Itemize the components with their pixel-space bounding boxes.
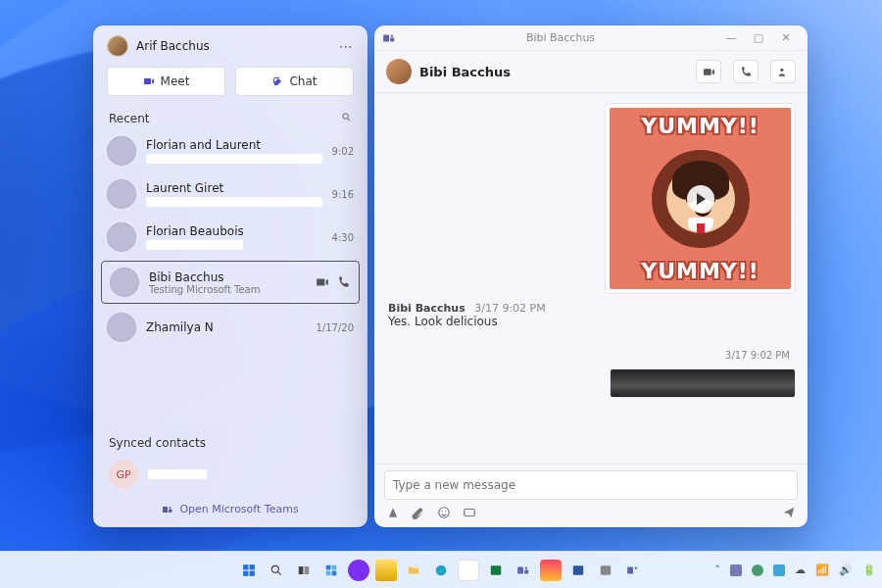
battery-icon[interactable]: 🔋	[862, 564, 876, 576]
minimize-button[interactable]: —	[717, 31, 745, 44]
teams-icon	[382, 31, 396, 45]
edge-button[interactable]	[430, 560, 452, 581]
teams-taskbar-button[interactable]	[513, 560, 534, 581]
svg-point-2	[170, 507, 172, 509]
recent-item[interactable]: Florian and Laurent 9:02	[93, 129, 368, 172]
video-icon[interactable]	[316, 275, 329, 289]
svg-point-10	[445, 511, 446, 512]
message-timestamp: 3/17 9:02 PM	[474, 302, 546, 315]
svg-rect-27	[524, 569, 528, 573]
svg-point-7	[780, 68, 783, 71]
start-button[interactable]	[238, 560, 260, 581]
chat-taskbar-button[interactable]	[622, 560, 644, 581]
message-image-thumb[interactable]	[610, 368, 796, 398]
recent-name: Florian Beaubois	[146, 224, 322, 238]
close-button[interactable]: ✕	[772, 31, 800, 44]
svg-point-9	[442, 511, 443, 512]
messages-area[interactable]: YUMMY!! YUMMY!! Bibi Bacchus 3/17 9:02 P…	[374, 93, 808, 464]
recent-item[interactable]: Laurent Giret 9:16	[93, 172, 368, 216]
svg-rect-21	[326, 570, 331, 575]
avatar-icon	[107, 179, 136, 209]
search-button[interactable]	[266, 560, 287, 581]
audio-call-button[interactable]	[733, 60, 759, 83]
taskbar: ˄ ☁ 📶 🔊 🔋	[0, 551, 882, 588]
svg-rect-13	[250, 564, 255, 569]
recent-name: Zhamilya N	[146, 320, 306, 334]
svg-rect-17	[299, 565, 304, 573]
format-icon[interactable]	[386, 506, 400, 519]
window-title: Bibi Bacchus	[404, 31, 717, 44]
synced-contact[interactable]: GP	[93, 454, 368, 495]
tray-icon[interactable]	[730, 564, 742, 576]
flyout-header: Arif Bacchus ⋯	[93, 25, 368, 63]
tray-icon[interactable]	[752, 564, 763, 576]
taskbar-center	[238, 560, 644, 581]
maximize-button[interactable]: ▢	[745, 31, 772, 44]
recent-time: 4:30	[332, 232, 354, 243]
taskbar-app[interactable]	[485, 560, 507, 581]
onedrive-icon[interactable]: ☁	[795, 564, 806, 576]
recent-name: Florian and Laurent	[146, 138, 322, 152]
widgets-button[interactable]	[320, 560, 342, 581]
volume-icon[interactable]: 🔊	[839, 564, 853, 576]
add-people-button[interactable]	[770, 60, 796, 83]
teams-icon	[162, 504, 173, 515]
recent-subtext: Testing Microsoft Team	[149, 284, 306, 295]
taskbar-app[interactable]	[348, 560, 369, 581]
avatar-icon	[107, 313, 136, 342]
send-button[interactable]	[782, 506, 796, 519]
phone-icon[interactable]	[337, 275, 351, 289]
contact-initials: GP	[109, 460, 138, 489]
user-avatar[interactable]	[107, 35, 128, 57]
recent-item[interactable]: Zhamilya N 1/17/20	[93, 306, 368, 349]
svg-rect-1	[163, 507, 168, 513]
chat-button[interactable]: Chat	[235, 67, 354, 96]
recent-name: Laurent Giret	[146, 181, 322, 195]
svg-point-8	[439, 508, 450, 518]
svg-rect-6	[390, 37, 394, 41]
avatar-icon	[110, 268, 139, 297]
play-icon[interactable]	[687, 185, 714, 213]
svg-rect-3	[169, 509, 172, 513]
open-teams-link[interactable]: Open Microsoft Teams	[93, 495, 368, 527]
message-gif[interactable]: YUMMY!! YUMMY!!	[605, 103, 796, 294]
teams-chat-flyout: Arif Bacchus ⋯ Meet Chat Recent Florian …	[93, 25, 368, 527]
meet-button[interactable]: Meet	[107, 67, 225, 96]
more-icon[interactable]: ⋯	[339, 38, 354, 54]
taskbar-app[interactable]	[595, 560, 616, 581]
compose-input[interactable]	[384, 470, 798, 500]
wifi-icon[interactable]: 📶	[815, 564, 829, 576]
svg-rect-28	[573, 565, 584, 574]
synced-heading: Synced contacts	[109, 436, 206, 450]
svg-rect-19	[326, 564, 331, 569]
svg-point-16	[271, 565, 278, 572]
recent-item-selected[interactable]: Bibi Bacchus Testing Microsoft Team	[101, 261, 360, 304]
gif-icon[interactable]	[463, 506, 476, 519]
recent-name: Bibi Bacchus	[149, 270, 306, 284]
taskbar-app[interactable]	[375, 560, 397, 581]
compose-icon	[271, 75, 283, 87]
avatar-icon	[107, 222, 136, 252]
taskbar-app[interactable]	[458, 560, 479, 581]
recent-item[interactable]: Florian Beaubois 4:30	[93, 216, 368, 259]
gif-text-top: YUMMY!!	[641, 114, 760, 138]
chat-avatar[interactable]	[386, 59, 412, 84]
tray-chevron-icon[interactable]: ˄	[715, 564, 721, 576]
video-icon	[143, 75, 155, 87]
svg-rect-24	[491, 565, 502, 574]
recent-time: 9:02	[332, 146, 354, 157]
taskbar-app[interactable]	[567, 560, 589, 581]
video-call-button[interactable]	[696, 60, 721, 83]
svg-rect-30	[627, 566, 633, 573]
gif-text-bottom: YUMMY!!	[641, 259, 760, 283]
task-view-button[interactable]	[293, 560, 315, 581]
message-author: Bibi Bacchus	[388, 302, 466, 315]
emoji-icon[interactable]	[437, 506, 451, 519]
taskbar-app[interactable]	[540, 560, 562, 581]
file-explorer-button[interactable]	[403, 560, 424, 581]
attach-icon[interactable]	[412, 506, 425, 519]
meet-label: Meet	[161, 74, 190, 88]
tray-icon[interactable]	[773, 564, 785, 576]
svg-rect-29	[601, 565, 612, 574]
search-icon[interactable]	[341, 112, 352, 125]
